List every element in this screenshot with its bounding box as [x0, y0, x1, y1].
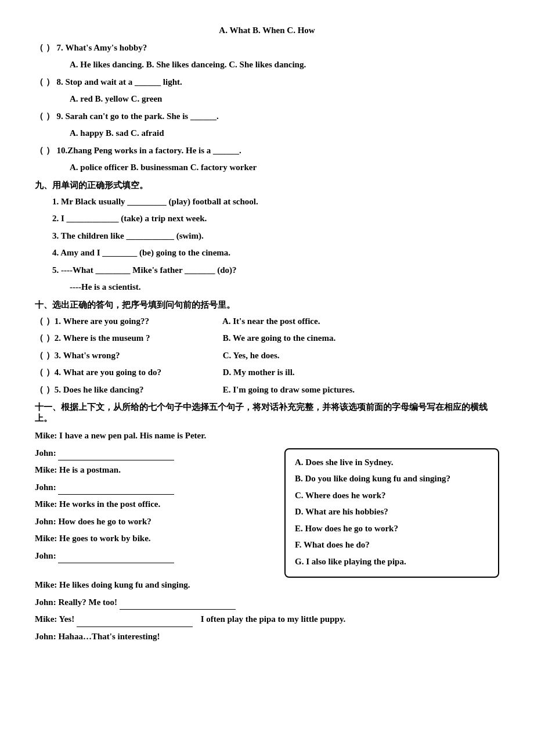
q9-options: A. happy B. sad C. afraid	[35, 126, 499, 141]
q10-line: （ ） 10.Zhang Peng works in a factory. He…	[35, 143, 499, 159]
s10-q2: （ ）2. Where is the museum ?	[35, 331, 221, 346]
s10-row3: （ ）3. What's wrong? C. Yes, he does.	[35, 348, 499, 363]
q7-text: 7. What's Amy's hobby?	[57, 43, 147, 52]
john2-label: John:	[35, 483, 56, 492]
section9-title: 九、用单词的正确形式填空。	[35, 180, 499, 191]
s10-a5: E. I'm going to draw some pictures.	[223, 385, 355, 394]
s10-q4: （ ）4. What are you going to do?	[35, 365, 221, 380]
s10-row5: （ ）5. Does he like dancing? E. I'm going…	[35, 383, 499, 398]
q7-options: A. He likes dancing. B. She likes dancei…	[35, 57, 499, 73]
s11-dialogue: A. Does she live in Sydney. B. Do you li…	[35, 446, 499, 578]
john5-label: John: Really? Me too!	[35, 597, 117, 607]
answer-E: E. How does he go to work?	[295, 521, 489, 537]
mike5-label: Mike: Yes!	[35, 614, 74, 624]
section11-title: 十一、根据上下文，从所给的七个句子中选择五个句子，将对话补充完整，并将该选项前面…	[35, 402, 499, 424]
john5-line: John: Really? Me too!	[35, 595, 499, 610]
john2-blank	[58, 487, 174, 495]
john1-blank	[58, 452, 174, 460]
john4-blank	[58, 555, 174, 563]
answer-B: B. Do you like doing kung fu and singing…	[295, 471, 489, 487]
q9-bracket: （ ）	[35, 111, 55, 121]
john5-blank	[120, 602, 236, 610]
mike5-blank	[77, 619, 193, 627]
s10-q1: （ ）1. Where are you going??	[35, 314, 221, 329]
john1-label: John:	[35, 448, 56, 458]
s10-q5: （ ）5. Does he like dancing?	[35, 383, 221, 398]
s9-q3: 3. The children like ___________ (swim).	[35, 229, 499, 244]
s10-a4: D. My mother is ill.	[223, 368, 295, 377]
s9-q5a: 5. ----What ________ Mike's father _____…	[35, 263, 499, 278]
q10-bracket: （ ）	[35, 146, 55, 155]
s10-q3: （ ）3. What's wrong?	[35, 348, 221, 363]
q10-options: A. police officer B. businessman C. fact…	[35, 160, 499, 175]
answer-box: A. Does she live in Sydney. B. Do you li…	[284, 448, 499, 578]
s10-row2: （ ）2. Where is the museum ? B. We are go…	[35, 331, 499, 346]
answer-F: F. What does he do?	[295, 538, 489, 553]
s9-q2: 2. I ____________ (take) a trip next wee…	[35, 211, 499, 226]
s10-row1: （ ）1. Where are you going?? A. It's near…	[35, 314, 499, 329]
section-9: 九、用单词的正确形式填空。 1. Mr Black usually ______…	[35, 180, 499, 295]
answer-G: G. I also like playing the pipa.	[295, 555, 489, 570]
section10-title: 十、选出正确的答句，把序号填到问句前的括号里。	[35, 300, 499, 311]
q8-options: A. red B. yellow C. green	[35, 92, 499, 107]
q7-line: （ ） 7. What's Amy's hobby?	[35, 41, 499, 56]
section-10: 十、选出正确的答句，把序号填到问句前的括号里。 （ ）1. Where are …	[35, 300, 499, 398]
q10-text: 10.Zhang Peng works in a factory. He is …	[57, 146, 241, 155]
answer-D: D. What are his hobbies?	[295, 505, 489, 520]
section-11: 十一、根据上下文，从所给的七个句子中选择五个句子，将对话补充完整，并将该选项前面…	[35, 402, 499, 644]
s9-q4: 4. Amy and I ________ (be) going to the …	[35, 246, 499, 261]
s10-a1: A. It's near the post office.	[222, 316, 320, 326]
s11-intro: Mike: I have a new pen pal. His name is …	[35, 429, 499, 444]
john4-label: John:	[35, 551, 56, 560]
s10-a2: B. We are going to the cinema.	[223, 333, 335, 343]
answer-C: C. Where does he work?	[295, 488, 489, 503]
s9-q5b: ----He is a scientist.	[35, 280, 499, 295]
section-7-10: （ ） 7. What's Amy's hobby? A. He likes d…	[35, 41, 499, 175]
q7-bracket: （ ）	[35, 43, 55, 52]
q8-line: （ ） 8. Stop and wait at a ______ light.	[35, 75, 499, 90]
mike4-line: Mike: He likes doing kung fu and singing…	[35, 578, 499, 593]
s10-row4: （ ）4. What are you going to do? D. My mo…	[35, 365, 499, 380]
header-options: A. What B. When C. How	[35, 23, 499, 38]
s9-q1: 1. Mr Black usually _________ (play) foo…	[35, 195, 499, 210]
q8-text: 8. Stop and wait at a ______ light.	[57, 77, 182, 87]
john6-line: John: Hahaa…That's interesting!	[35, 629, 499, 645]
s10-a3: C. Yes, he does.	[223, 351, 280, 360]
mike5-line: Mike: Yes! I often play the pipa to my l…	[35, 612, 499, 627]
q9-line: （ ） 9. Sarah can't go to the park. She i…	[35, 109, 499, 124]
mike5-end: I often play the pipa to my little puppy…	[201, 614, 346, 624]
q8-bracket: （ ）	[35, 77, 55, 87]
q9-text: 9. Sarah can't go to the park. She is __…	[57, 111, 219, 121]
answer-A: A. Does she live in Sydney.	[295, 455, 489, 470]
